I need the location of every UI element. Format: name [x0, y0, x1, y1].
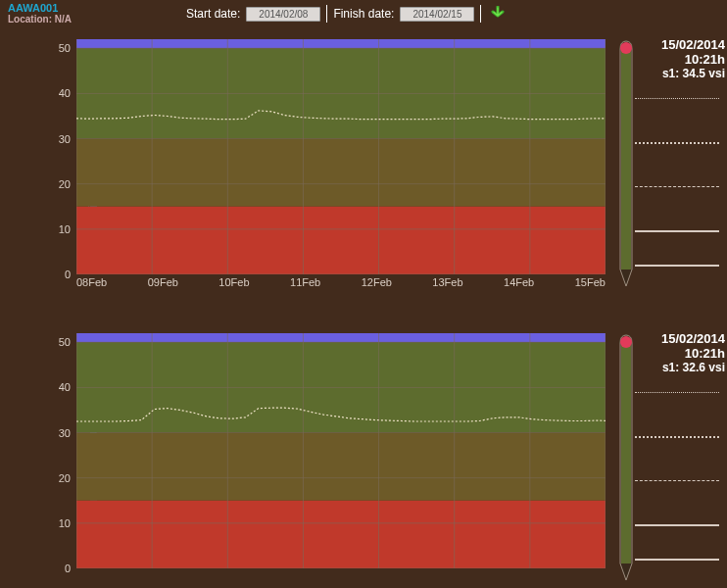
- reference-line: [635, 559, 719, 561]
- chart-svg: [76, 39, 606, 274]
- readout-date: 15/02/2014: [635, 37, 725, 52]
- plot-area[interactable]: [76, 333, 606, 568]
- date-controls: Start date: 2014/02/08 Finish date: 2014…: [186, 4, 509, 24]
- location-value: N/A: [55, 14, 72, 24]
- reference-lines: [635, 382, 719, 578]
- y-tick: 10: [47, 517, 71, 529]
- y-tick: 30: [47, 133, 71, 145]
- x-tick: 13Feb: [432, 276, 462, 296]
- reference-line: [635, 230, 719, 232]
- separator: [326, 5, 327, 23]
- y-tick: 10: [47, 223, 71, 235]
- header-bar: AAWA001 Location: N/A Start date: 2014/0…: [0, 0, 727, 27]
- readout: 15/02/201410:21hs1: 32.6 vsi: [635, 331, 725, 375]
- chart-band: [76, 207, 606, 274]
- finish-date-label: Finish date:: [333, 7, 394, 21]
- x-tick: 09Feb: [148, 276, 178, 296]
- reference-line: [635, 98, 719, 99]
- chart-svg: [76, 333, 606, 568]
- x-tick: 14Feb: [504, 276, 534, 296]
- x-tick: 10Feb: [218, 276, 249, 296]
- chart-band: [76, 501, 606, 568]
- y-tick: 20: [47, 178, 71, 190]
- chart-band: [76, 39, 606, 48]
- download-arrow-icon: [490, 6, 506, 22]
- readout-date: 15/02/2014: [635, 331, 725, 346]
- chart-band: [76, 333, 606, 342]
- separator: [480, 5, 481, 23]
- start-date-input[interactable]: 2014/02/08: [246, 7, 320, 22]
- reference-line: [635, 524, 719, 526]
- y-ticks: 01020304050: [47, 39, 73, 274]
- svg-rect-30: [621, 345, 631, 564]
- station-location: Location: N/A: [8, 14, 72, 25]
- download-button[interactable]: [487, 4, 509, 24]
- svg-point-31: [620, 336, 632, 348]
- station-id: AAWA001: [8, 2, 72, 14]
- readout: 15/02/201410:21hs1: 34.5 vsi: [635, 37, 725, 81]
- y-tick: 0: [47, 269, 71, 280]
- station-block: AAWA001 Location: N/A: [8, 2, 72, 25]
- x-tick: 11Feb: [290, 276, 320, 296]
- y-tick: 40: [47, 87, 71, 99]
- chart-band: [76, 139, 606, 207]
- y-tick: 50: [47, 336, 71, 348]
- chart-panel-1: Volumetric Soil Moisture 1 (index)010203…: [0, 29, 727, 304]
- reference-line: [635, 392, 719, 393]
- reference-lines: [635, 88, 719, 284]
- y-tick: 0: [47, 563, 71, 574]
- start-date-label: Start date:: [186, 7, 240, 21]
- plot-area[interactable]: [76, 39, 606, 274]
- reference-line: [635, 186, 719, 187]
- x-axis: 08Feb09Feb10Feb11Feb12Feb13Feb14Feb15Feb: [76, 276, 606, 296]
- reference-line: [635, 142, 719, 144]
- readout-value: s1: 32.6 vsi: [635, 361, 725, 375]
- y-tick: 30: [47, 427, 71, 439]
- finish-date-input[interactable]: 2014/02/15: [400, 7, 474, 22]
- readout-time: 10:21h: [635, 346, 725, 361]
- svg-rect-14: [621, 51, 631, 270]
- location-label: Location:: [8, 14, 52, 24]
- x-tick: 08Feb: [76, 276, 107, 296]
- reference-line: [635, 436, 719, 438]
- y-tick: 50: [47, 42, 71, 54]
- chart-band: [76, 433, 606, 501]
- x-tick: 12Feb: [362, 276, 392, 296]
- y-tick: 20: [47, 472, 71, 484]
- chart-panel-2: Volumetric Soil Moisture 2 (index)010203…: [0, 323, 727, 588]
- svg-point-15: [620, 42, 632, 54]
- reference-line: [635, 480, 719, 481]
- y-tick: 40: [47, 381, 71, 393]
- readout-value: s1: 34.5 vsi: [635, 67, 725, 81]
- reference-line: [635, 265, 719, 267]
- x-tick: 15Feb: [575, 276, 606, 296]
- readout-time: 10:21h: [635, 52, 725, 67]
- y-ticks: 01020304050: [47, 333, 73, 568]
